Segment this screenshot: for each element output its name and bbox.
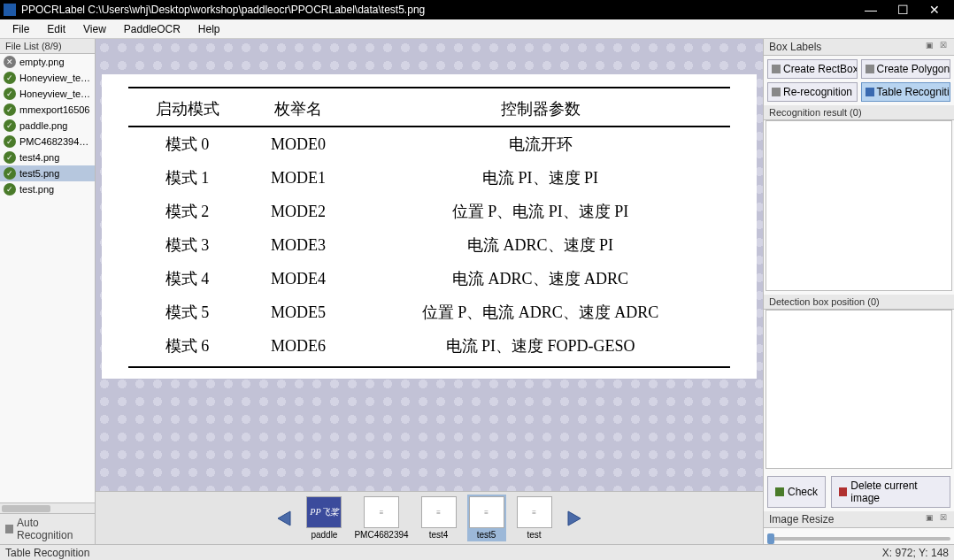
list-icon [5,525,13,533]
image-resize-header: Image Resize ☒ ▣ [764,511,954,528]
file-item-label: test.png [19,184,54,195]
menu-edit[interactable]: Edit [38,21,74,37]
thumbnail-label: PMC4682394 [354,530,408,540]
next-arrow-icon[interactable] [563,508,584,529]
status-check-icon: ✓ [4,151,16,164]
table-cell: 电流 ADRC、速度 PI [350,228,730,262]
prev-arrow-icon[interactable] [274,508,296,529]
window-title: PPOCRLabel C:\Users\whj\Desktop\workshop… [21,4,855,16]
rect-icon [772,65,781,73]
table-cell: MODE5 [246,295,350,329]
table-header-cell: 启动模式 [128,92,246,127]
polygon-icon [866,65,874,73]
file-item-label: test5.png [19,168,59,179]
canvas-area[interactable]: 启动模式枚举名控制器参数模式 0MODE0电流开环模式 1MODE1电流 PI、… [96,39,763,491]
file-item[interactable]: ✓PMC4682394_00 [0,134,95,150]
table-cell: 模式 2 [128,195,246,228]
table-cell: 电流 PI、速度 PI [350,161,730,195]
undock-resize-icon[interactable]: ▣ [924,513,935,524]
thumbnail[interactable]: PP飞桨paddle [304,495,343,541]
status-x-icon: ✕ [4,56,16,68]
table-icon [866,88,874,96]
menu-paddleocr[interactable]: PaddleOCR [115,21,189,37]
table-cell: 模式 5 [128,295,246,329]
thumbnail-label: paddle [311,530,337,540]
file-list[interactable]: ✕empty.png✓Honeyview_test2.✓Honeyview_te… [0,54,95,502]
file-item-label: PMC4682394_00 [19,136,91,147]
file-item[interactable]: ✓test.png [0,181,95,197]
status-check-icon: ✓ [4,72,16,84]
menu-file[interactable]: File [4,21,38,37]
table-cell: 电流开环 [350,127,730,161]
file-item[interactable]: ✕empty.png [0,54,95,70]
thumbnail-image: ≡ [421,496,457,528]
thumbnail[interactable]: ≡test4 [419,495,458,541]
table-row: 模式 5MODE5位置 P、电流 ADRC、速度 ADRC [128,295,730,329]
resize-slider[interactable] [767,537,950,541]
file-list-scrollbar[interactable] [0,502,95,513]
check-button[interactable]: Check [767,476,826,508]
table-cell: 电流 ADRC、速度 ADRC [350,262,730,295]
table-row: 模式 4MODE4电流 ADRC、速度 ADRC [128,262,730,295]
maximize-button[interactable]: ☐ [887,0,919,19]
table-header-cell: 枚举名 [246,92,350,127]
table-cell: 模式 1 [128,161,246,195]
thumbnail-image: ≡ [517,496,552,528]
file-item[interactable]: ✓Honeyview_test2. [0,70,95,86]
refresh-icon [772,88,781,96]
thumbnail[interactable]: ≡test5 [467,495,506,541]
table-cell: MODE6 [246,329,350,363]
table-recognition-button[interactable]: Table Recognition [861,82,951,102]
table-cell: 位置 P、电流 ADRC、速度 ADRC [350,295,730,329]
menubar: File Edit View PaddleOCR Help [0,19,954,39]
minimize-button[interactable]: — [855,0,887,19]
file-item-label: empty.png [19,57,65,67]
table-cell: 模式 0 [128,127,246,161]
status-check-icon: ✓ [4,167,16,180]
file-item[interactable]: ✓test5.png [0,165,95,181]
status-table-recognition-link[interactable]: Table Recognition [5,547,89,559]
file-item-label: mmexport16506 [19,104,90,115]
statusbar: Table Recognition X: 972; Y: 148 [0,544,954,560]
delete-icon [839,487,847,496]
thumbnail-image: ≡ [364,496,399,528]
thumbnail-label: test5 [477,530,496,540]
thumbnail[interactable]: ≡test [515,495,554,541]
delete-image-button[interactable]: Delete current image [831,476,950,508]
status-check-icon: ✓ [4,135,16,148]
detection-position-list[interactable] [766,310,952,469]
table-cell: MODE2 [246,195,350,228]
app-icon [4,4,16,16]
auto-recognition-button[interactable]: Auto Recognition [0,513,95,544]
re-recognition-button[interactable]: Re-recognition [767,82,858,102]
center-panel: 启动模式枚举名控制器参数模式 0MODE0电流开环模式 1MODE1电流 PI、… [96,39,763,544]
create-polygonbox-button[interactable]: Create PolygonBox [861,59,951,79]
thumbnail-label: test4 [429,530,449,540]
close-panel-icon[interactable]: ☒ [938,41,949,51]
undock-panel-icon[interactable]: ▣ [924,41,935,51]
slider-handle[interactable] [767,533,774,544]
menu-view[interactable]: View [74,21,115,37]
file-item-label: paddle.png [19,120,67,131]
file-item[interactable]: ✓test4.png [0,150,95,165]
table-cell: 模式 3 [128,228,246,262]
file-item[interactable]: ✓mmexport16506 [0,102,95,118]
box-labels-header: Box Labels ☒ ▣ [764,39,954,56]
table-cell: MODE0 [246,127,350,161]
file-item-label: Honeyview_test3. [19,88,91,99]
recognition-result-list[interactable] [766,120,952,291]
close-resize-icon[interactable]: ☒ [938,513,949,524]
file-list-panel: File List (8/9) ✕empty.png✓Honeyview_tes… [0,39,96,544]
table-row: 模式 6MODE6电流 PI、速度 FOPD-GESO [128,329,730,363]
table-cell: MODE1 [246,161,350,195]
titlebar: PPOCRLabel C:\Users\whj\Desktop\workshop… [0,0,954,19]
file-item[interactable]: ✓paddle.png [0,118,95,134]
svg-marker-1 [568,511,581,525]
menu-help[interactable]: Help [189,21,229,37]
file-item[interactable]: ✓Honeyview_test3. [0,86,95,102]
close-button[interactable]: ✕ [919,0,950,19]
thumbnail-strip: PP飞桨paddle≡PMC4682394≡test4≡test5≡test [96,491,763,544]
detection-position-header: Detection box position (0) [764,295,954,310]
create-rectbox-button[interactable]: Create RectBox [767,59,858,79]
thumbnail[interactable]: ≡PMC4682394 [352,495,410,541]
